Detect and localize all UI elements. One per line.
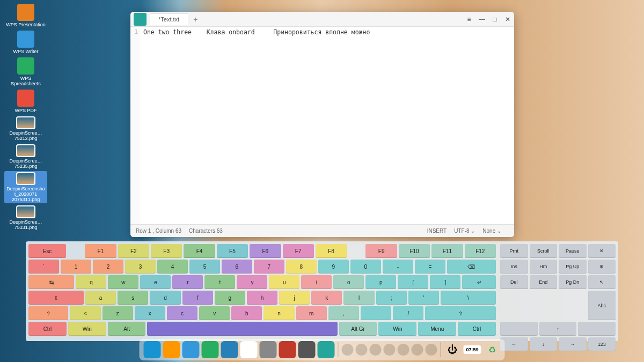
key-[[interactable]: [ [398, 275, 428, 289]
key-\[interactable]: \ [441, 291, 496, 305]
key-Pg Dn[interactable]: Pg Dn [559, 275, 587, 289]
tray-icon[interactable] [411, 344, 423, 356]
key-Prnt[interactable]: Prnt [500, 244, 528, 258]
key-Pause[interactable]: Pause [559, 244, 587, 258]
status-mode[interactable]: INSERT [427, 228, 447, 234]
key-Pg Up[interactable]: Pg Up [559, 260, 587, 274]
key-6[interactable]: 6 [222, 260, 252, 274]
key-;[interactable]: ; [376, 291, 407, 305]
key-j[interactable]: j [279, 291, 310, 305]
key-b[interactable]: b [231, 306, 262, 320]
key-↑[interactable]: ↑ [539, 322, 577, 336]
key-Win[interactable]: Win [378, 322, 416, 336]
key-y[interactable]: y [237, 275, 267, 289]
key-↹[interactable]: ↹ [28, 275, 74, 289]
key-Hm[interactable]: Hm [530, 260, 558, 274]
desktop-icon[interactable]: DeepinScree…75235.png [4, 143, 47, 170]
key-⇫[interactable]: ⇫ [28, 291, 84, 305]
key-Ctrl[interactable]: Ctrl [458, 322, 496, 336]
tray-icon[interactable] [383, 344, 395, 356]
key-v[interactable]: v [199, 306, 230, 320]
key-/[interactable]: / [393, 306, 423, 320]
key-End[interactable]: End [530, 275, 558, 289]
key-123[interactable]: 123 [588, 337, 616, 351]
key-][interactable]: ] [430, 275, 460, 289]
key-1[interactable]: 1 [61, 260, 91, 274]
desktop-icon[interactable]: DeepinScreenshot_2020071 2075311.png [4, 171, 47, 203]
key-<[interactable]: < [70, 306, 100, 320]
taskbar-video-icon[interactable] [221, 341, 238, 358]
key-Scroll[interactable]: Scroll [530, 244, 558, 258]
key-F2[interactable]: F2 [118, 244, 149, 258]
key-c[interactable]: c [167, 306, 197, 320]
key-u[interactable]: u [269, 275, 299, 289]
key-→[interactable]: → [559, 337, 587, 351]
key-h[interactable]: h [247, 291, 277, 305]
desktop-icon[interactable]: DeepinScree…75331.png [4, 204, 47, 231]
key-blank[interactable] [500, 322, 538, 336]
key-o[interactable]: o [333, 275, 364, 289]
editor-text[interactable]: One two three Клава onboard Приноровитьс… [140, 27, 514, 224]
trash-icon[interactable]: ♻ [484, 341, 501, 358]
key-F1[interactable]: F1 [85, 244, 116, 258]
key-blank[interactable] [578, 322, 616, 336]
key-.[interactable]: . [361, 306, 391, 320]
key-5[interactable]: 5 [189, 260, 220, 274]
key-↵[interactable]: ↵ [462, 275, 496, 289]
key-z[interactable]: z [103, 306, 133, 320]
key-a[interactable]: a [85, 291, 116, 305]
key-Win[interactable]: Win [68, 322, 106, 336]
taskbar-terminal-icon[interactable] [279, 341, 296, 358]
key-Ctrl[interactable]: Ctrl [28, 322, 67, 336]
desktop-icon[interactable]: WPS Presentation [4, 3, 47, 28]
key-space[interactable] [147, 322, 337, 336]
power-icon[interactable]: ⏻ [444, 341, 461, 358]
key-g[interactable]: g [215, 291, 245, 305]
key-F5[interactable]: F5 [217, 244, 248, 258]
editor-titlebar[interactable]: *Text.txt + ≡ — □ ✕ [130, 12, 514, 27]
key-Menu[interactable]: Menu [418, 322, 456, 336]
tray-icon[interactable] [355, 344, 367, 356]
key-⇧[interactable]: ⇧ [28, 306, 68, 320]
key--[interactable]: - [383, 260, 413, 274]
key-d[interactable]: d [150, 291, 180, 305]
key-↓[interactable]: ↓ [530, 337, 558, 351]
status-language[interactable]: None ⌄ [482, 228, 501, 234]
tray-icon[interactable] [397, 344, 409, 356]
key-q[interactable]: q [76, 275, 106, 289]
key-t[interactable]: t [204, 275, 235, 289]
key-n[interactable]: n [264, 306, 294, 320]
key-⌫[interactable]: ⌫ [447, 260, 496, 274]
key-9[interactable]: 9 [318, 260, 349, 274]
key-4[interactable]: 4 [157, 260, 188, 274]
key-s[interactable]: s [118, 291, 148, 305]
key-F7[interactable]: F7 [283, 244, 314, 258]
key-`[interactable]: ` [28, 260, 59, 274]
taskbar-store-icon[interactable] [182, 341, 199, 358]
key-↖[interactable]: ↖ [588, 275, 616, 289]
minimize-button[interactable]: — [475, 13, 488, 26]
key-⇧[interactable]: ⇧ [425, 306, 496, 320]
key-F9[interactable]: F9 [365, 244, 397, 258]
key-7[interactable]: 7 [254, 260, 284, 274]
close-button[interactable]: ✕ [501, 13, 514, 26]
key-Abc[interactable]: Abc [588, 291, 616, 320]
taskbar-editor-icon[interactable] [317, 341, 334, 358]
tray-icon[interactable] [369, 344, 381, 356]
menu-button[interactable]: ≡ [463, 13, 475, 26]
key-f[interactable]: f [182, 291, 213, 305]
key-k[interactable]: k [311, 291, 342, 305]
tray-icon[interactable] [425, 344, 437, 356]
key-x[interactable]: x [135, 306, 165, 320]
key-'[interactable]: ' [408, 291, 439, 305]
key-F8[interactable]: F8 [316, 244, 347, 258]
key-Alt[interactable]: Alt [108, 322, 146, 336]
key-w[interactable]: w [108, 275, 138, 289]
key-,[interactable]: , [328, 306, 359, 320]
key-3[interactable]: 3 [125, 260, 156, 274]
key-2[interactable]: 2 [93, 260, 123, 274]
key-Alt Gr[interactable]: Alt Gr [339, 322, 377, 336]
status-encoding[interactable]: UTF-8 ⌄ [454, 228, 475, 234]
key-F12[interactable]: F12 [465, 244, 496, 258]
key-0[interactable]: 0 [350, 260, 381, 274]
